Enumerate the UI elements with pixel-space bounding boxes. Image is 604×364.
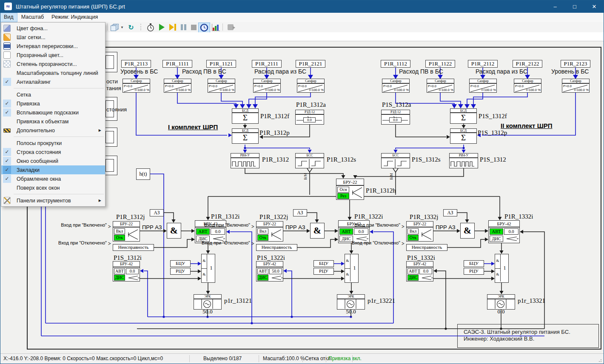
bsd-sum-block[interactable]: БСДΣ	[450, 128, 477, 144]
layers-dropdown-icon[interactable]: ▼	[120, 23, 125, 32]
and-gate[interactable]: &	[310, 223, 325, 239]
block-header: ЭРК	[337, 295, 365, 299]
and-gate[interactable]: &	[460, 223, 475, 239]
bru22-selector-block[interactable]: БРУ-22ОснРез	[336, 179, 364, 200]
rzd-setpoint-block[interactable]: РЗД-120.0	[381, 110, 410, 125]
menu-item-сетка[interactable]: Сетка	[1, 90, 105, 99]
sensor-tag[interactable]: P1R_1122	[425, 60, 455, 68]
bru42-standby-block[interactable]: БРУ-42АВТ50.0ДИС	[256, 261, 283, 282]
bcu-box[interactable]: БЦУ	[170, 260, 191, 267]
bru42-auto-block[interactable]: БРУ-42АВТ0.0ДИС	[488, 220, 520, 243]
menu-item-шаг-сетки-[interactable]: Шаг сетки...	[1, 33, 105, 42]
close-button[interactable]: ✕	[584, 0, 604, 13]
sensor-tag[interactable]: P1R_2111	[252, 60, 282, 68]
bru22-switch-block[interactable]: БРУ-22ВклОтк	[113, 221, 140, 242]
menu-item-всплывающие-подсказки[interactable]: ✓Всплывающие подсказки	[1, 108, 105, 117]
menu-item-окно-сообщений[interactable]: ✓Окно сообщений	[1, 156, 105, 165]
sapphire-block[interactable]: СапфирP=0.0I=100.0%	[427, 79, 454, 93]
sapphire-block[interactable]: СапфирP=0.0I=100.0%	[208, 79, 235, 93]
andor-block[interactable]: &&1	[345, 254, 359, 283]
sapphire-block[interactable]: СапфирP=0.0I=100.0%	[164, 79, 191, 93]
bru22-switch-block[interactable]: БРУ-22ВклОтк	[406, 221, 433, 242]
menu-item-привязка[interactable]: ✓Привязка	[1, 99, 105, 108]
chart-icon[interactable]	[211, 23, 221, 32]
sapphire-block[interactable]: СапфирP=0.0I=100.0%	[297, 79, 325, 93]
and-gate[interactable]: &	[167, 223, 181, 239]
ri4u-pulse-block[interactable]: РИ4-У	[231, 153, 259, 168]
ht-block[interactable]: h(t)	[136, 168, 150, 180]
menu-item-дополнительно[interactable]: Дополнительно▶	[1, 126, 105, 135]
sapphire-block[interactable]: СапфирP=0.0I=100.0%	[123, 79, 150, 93]
sapphire-block[interactable]: СапфирP=0.0I=100.0%	[253, 79, 281, 93]
skip-icon[interactable]	[168, 23, 178, 32]
sensor-tag[interactable]: P1R_2122	[513, 60, 542, 68]
sensor-tag[interactable]: P1R_1121	[206, 60, 236, 68]
bru22-switch-block[interactable]: БРУ-22ВклОтк	[256, 221, 283, 242]
rcu-box[interactable]: РЦУ	[313, 268, 334, 275]
rcu-box[interactable]: РЦУ	[464, 268, 484, 275]
stopwatch-icon[interactable]	[145, 23, 156, 32]
menu-item-закладки[interactable]: ✓Закладки	[1, 165, 105, 174]
menu-item-степень-прозрачности-[interactable]: Степень прозрачности...	[1, 60, 105, 68]
bss-step-block[interactable]: БСС	[295, 153, 324, 168]
bss-step-block[interactable]: БСС	[381, 153, 410, 168]
bcu-box[interactable]: БЦУ	[313, 260, 334, 267]
menu-item-цвет-фона-[interactable]: Цвет фона...	[1, 24, 105, 33]
bsd-sum-block[interactable]: БСДΣ	[232, 108, 259, 124]
andor-block[interactable]: &&1	[495, 254, 509, 283]
menu-item-полосы-прокрутки[interactable]: Полосы прокрутки	[1, 139, 105, 148]
sapphire-block[interactable]: СапфирP=0.0I=100.0%	[382, 79, 410, 93]
bru42-standby-block[interactable]: БРУ-42АВТ0.0ДИС	[406, 261, 433, 282]
fault-box[interactable]: Неисправность	[406, 244, 447, 251]
layers-icon[interactable]	[110, 23, 119, 32]
clock-icon[interactable]	[198, 23, 210, 33]
rzd-setpoint-block[interactable]: РЗД-120.0	[295, 110, 324, 125]
sensor-tag[interactable]: P1R_2112	[468, 60, 498, 68]
menu-item-прозрачный-цвет-[interactable]: Прозрачный цвет...	[1, 51, 105, 60]
bsd-sum-block[interactable]: БСДΣ	[232, 128, 259, 144]
stop-icon[interactable]	[189, 23, 198, 32]
menu-scale[interactable]: Масштаб	[17, 13, 48, 22]
bcu-box[interactable]: БЦУ	[464, 260, 484, 267]
sapphire-block[interactable]: СапфирP=0.0I=100.0%	[562, 79, 590, 93]
rcu-box[interactable]: РЦУ	[170, 268, 191, 275]
erc-actuator-block[interactable]: ЭРК	[194, 294, 222, 310]
sapphire-block[interactable]: СапфирP=0.0I=100.0%	[514, 79, 541, 93]
exit-icon[interactable]	[225, 23, 236, 32]
menu-item-панели-инструментов[interactable]: Панели инструментов▶	[1, 196, 105, 205]
az-box[interactable]: АЗ	[293, 209, 307, 216]
andor-block[interactable]: &&1	[201, 254, 215, 283]
erc-actuator-block[interactable]: ЭРК	[487, 294, 515, 310]
menu-view[interactable]: Вид	[0, 13, 17, 22]
sensor-tag[interactable]: P1R_1111	[162, 60, 192, 68]
menu-item-обрамление-окна[interactable]: ✓Обрамление окна	[1, 174, 105, 183]
resize-grip[interactable]	[598, 358, 603, 362]
minimize-button[interactable]: –	[545, 0, 565, 13]
pause-icon[interactable]	[179, 23, 188, 32]
bsd-sum-block[interactable]: БСДΣ	[450, 108, 477, 124]
erc-actuator-block[interactable]: ЭРК	[337, 294, 365, 310]
sensor-tag[interactable]: P1R_2121	[296, 60, 325, 68]
ri4u-pulse-block[interactable]: РИ4-У	[449, 153, 478, 168]
refresh-icon[interactable]: ↻	[126, 23, 136, 32]
sensor-tag[interactable]: P1R_2123	[561, 60, 590, 68]
menu-item-антиалайзинг[interactable]: ✓Антиалайзинг	[1, 77, 105, 86]
az-box[interactable]: АЗ	[443, 209, 457, 216]
bru42-standby-block[interactable]: БРУ-42АВТ0.0ДИС	[113, 261, 140, 282]
menu-item-привязка-к-объектам[interactable]: Привязка к объектам	[1, 117, 105, 126]
menu-mode[interactable]: Режим: Индикация	[48, 13, 102, 22]
sigma-symbol: Σ	[232, 133, 258, 142]
menu-item-поверх-всех-окон[interactable]: Поверх всех окон	[1, 183, 105, 192]
maximize-button[interactable]: □	[565, 0, 584, 13]
play-icon[interactable]	[157, 23, 167, 32]
menu-item-масштабировать-толщину-линий[interactable]: Масштабировать толщину линий	[1, 68, 105, 77]
toolbar-grip[interactable]	[140, 24, 142, 30]
sapphire-block[interactable]: СапфирP=0.0I=100.0%	[469, 79, 497, 93]
fault-box[interactable]: Неисправность	[113, 244, 154, 251]
menu-item-интервал-перерисовки-[interactable]: Интервал перерисовки...	[1, 42, 105, 51]
az-box[interactable]: АЗ	[150, 209, 164, 216]
sensor-tag[interactable]: P1R_2113	[121, 60, 151, 68]
sensor-tag[interactable]: P1R_1112	[381, 60, 410, 68]
menu-item-строка-состояния[interactable]: ✓Строка состояния	[1, 148, 105, 156]
fault-box[interactable]: Неисправность	[256, 244, 297, 251]
